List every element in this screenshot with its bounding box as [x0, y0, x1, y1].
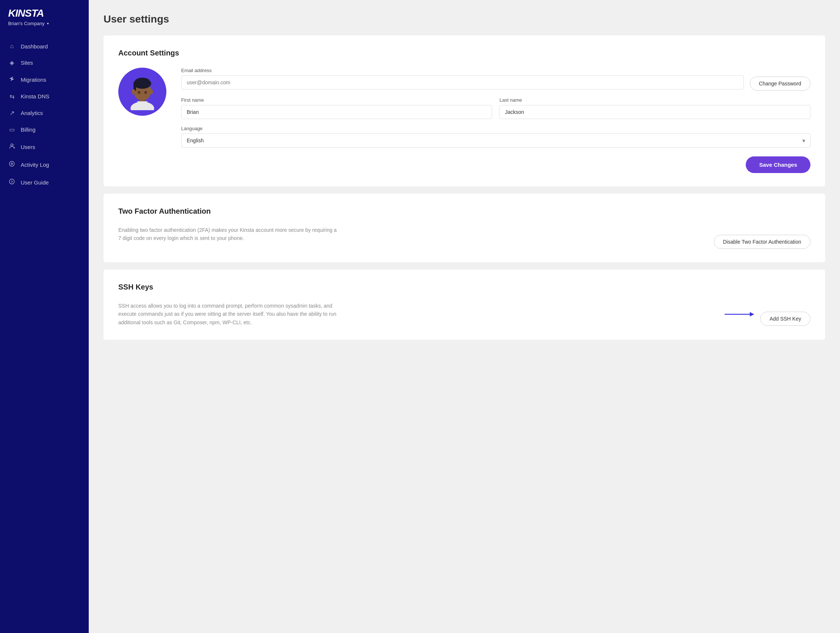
ssh-action: Add SSH Key	[725, 303, 810, 326]
svg-point-1	[9, 161, 14, 166]
sidebar-item-dashboard[interactable]: ⌂ Dashboard	[0, 38, 89, 54]
sites-icon: ◈	[8, 59, 16, 66]
language-label: Language	[181, 126, 810, 131]
users-icon	[8, 143, 16, 151]
two-factor-card: Two Factor Authentication Enabling two f…	[104, 194, 825, 262]
svg-point-0	[11, 144, 13, 146]
sidebar-item-label: Dashboard	[21, 43, 48, 49]
migrations-icon	[8, 76, 16, 83]
svg-point-11	[132, 89, 135, 94]
home-icon: ⌂	[8, 43, 16, 49]
account-settings-body: Email address Change Password First name…	[118, 68, 810, 173]
add-ssh-key-button[interactable]: Add SSH Key	[760, 312, 810, 326]
sidebar-item-label: Activity Log	[21, 162, 49, 168]
last-name-label: Last name	[499, 97, 810, 103]
account-form: Email address Change Password First name…	[181, 68, 810, 173]
last-name-group: Last name	[499, 97, 810, 119]
sidebar-header: KINSTA Brian's Company ▾	[0, 0, 89, 32]
email-field[interactable]	[181, 76, 744, 90]
sidebar-item-activity-log[interactable]: Activity Log	[0, 156, 89, 174]
sidebar-nav: ⌂ Dashboard ◈ Sites Migrations ⇆ Kinsta …	[0, 32, 89, 633]
sidebar-item-label: User Guide	[21, 179, 49, 186]
account-settings-card: Account Settings	[104, 35, 825, 186]
user-guide-icon: ?	[8, 178, 16, 186]
avatar-container	[118, 68, 166, 116]
language-select-wrapper: English Spanish French German ▾	[181, 134, 810, 148]
language-select[interactable]: English Spanish French German	[181, 134, 810, 148]
sidebar-item-user-guide[interactable]: ? User Guide	[0, 174, 89, 191]
tfa-action: Disable Two Factor Authentication	[714, 226, 810, 249]
tfa-description: Enabling two factor authentication (2FA)…	[118, 226, 340, 243]
arrow-icon	[725, 311, 754, 318]
company-name: Brian's Company	[8, 21, 45, 26]
sidebar: KINSTA Brian's Company ▾ ⌂ Dashboard ◈ S…	[0, 0, 89, 633]
disable-2fa-button[interactable]: Disable Two Factor Authentication	[714, 235, 810, 249]
billing-icon: ▭	[8, 126, 16, 133]
sidebar-item-label: Sites	[21, 60, 33, 66]
two-factor-title: Two Factor Authentication	[118, 207, 810, 216]
account-settings-title: Account Settings	[118, 49, 810, 57]
chevron-down-icon: ▾	[47, 21, 49, 25]
language-row: Language English Spanish French German ▾	[181, 126, 810, 148]
avatar	[118, 68, 166, 116]
email-label: Email address	[181, 68, 744, 73]
sidebar-item-migrations[interactable]: Migrations	[0, 71, 89, 88]
svg-point-14	[145, 91, 147, 94]
sidebar-item-billing[interactable]: ▭ Billing	[0, 121, 89, 138]
change-password-button[interactable]: Change Password	[750, 77, 810, 91]
first-name-field[interactable]	[181, 105, 492, 119]
svg-point-12	[149, 89, 153, 94]
svg-marker-16	[750, 312, 754, 317]
ssh-keys-title: SSH Keys	[118, 283, 810, 291]
brand-logo: KINSTA	[8, 7, 81, 19]
ssh-body: SSH access allows you to log into a comm…	[118, 302, 810, 327]
main-content: User settings Account Settings	[89, 0, 840, 633]
name-row: First name Last name	[181, 97, 810, 119]
svg-point-9	[135, 77, 150, 85]
last-name-field[interactable]	[499, 105, 810, 119]
sidebar-item-analytics[interactable]: ↗ Analytics	[0, 105, 89, 121]
sidebar-item-kinsta-dns[interactable]: ⇆ Kinsta DNS	[0, 88, 89, 105]
first-name-label: First name	[181, 97, 492, 103]
ssh-keys-card: SSH Keys SSH access allows you to log in…	[104, 270, 825, 340]
activity-log-icon	[8, 161, 16, 169]
sidebar-item-label: Migrations	[21, 77, 46, 83]
analytics-icon: ↗	[8, 109, 16, 117]
company-selector[interactable]: Brian's Company ▾	[8, 21, 81, 26]
sidebar-item-label: Kinsta DNS	[21, 93, 49, 99]
sidebar-item-sites[interactable]: ◈ Sites	[0, 54, 89, 71]
first-name-group: First name	[181, 97, 492, 119]
svg-point-13	[138, 91, 141, 94]
sidebar-item-users[interactable]: Users	[0, 138, 89, 156]
ssh-description: SSH access allows you to log into a comm…	[118, 302, 340, 327]
tfa-body: Enabling two factor authentication (2FA)…	[118, 226, 810, 249]
form-actions: Save Changes	[181, 156, 810, 173]
svg-text:?: ?	[11, 180, 13, 184]
save-changes-button[interactable]: Save Changes	[746, 156, 810, 173]
email-row: Email address Change Password	[181, 68, 810, 91]
svg-point-2	[11, 163, 13, 165]
sidebar-item-label: Billing	[21, 126, 35, 133]
sidebar-item-label: Users	[21, 144, 35, 150]
page-title: User settings	[104, 13, 825, 25]
sidebar-item-label: Analytics	[21, 110, 43, 116]
email-group: Email address	[181, 68, 744, 90]
dns-icon: ⇆	[8, 93, 16, 100]
